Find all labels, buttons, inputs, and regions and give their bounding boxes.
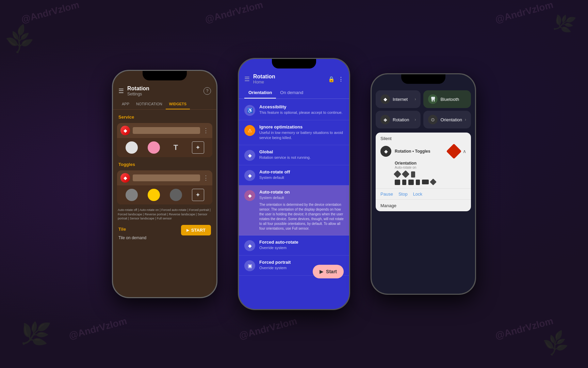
- pause-button[interactable]: Pause: [380, 191, 393, 197]
- list-item-auto-rotate-off[interactable]: ◆ Auto-rotate off System default: [239, 165, 349, 185]
- ori-portrait[interactable]: [411, 171, 415, 178]
- qs-tile-internet[interactable]: ◆ Internet ›: [376, 90, 421, 108]
- accessibility-title: Accessibility: [259, 104, 343, 109]
- ori-diamond-1[interactable]: [394, 170, 402, 178]
- internet-arrow: ›: [414, 97, 416, 102]
- widget-btn-pink[interactable]: [148, 141, 160, 154]
- ori-sq-3[interactable]: [408, 180, 414, 185]
- global-desc: Rotation service is not running.: [259, 155, 311, 160]
- rotation-label: Rotation: [393, 117, 412, 122]
- rotation-chevron-icon[interactable]: ∧: [463, 149, 466, 154]
- auto-rotate-on-desc: System default: [259, 195, 344, 200]
- toggle-dots[interactable]: ⋮: [203, 174, 209, 182]
- orientation-qs-label: Orientation: [440, 117, 462, 122]
- toggles-label: Toggles: [113, 160, 216, 169]
- start-button[interactable]: ▶ START: [181, 225, 211, 235]
- auto-rotate-off-title: Auto-rotate off: [259, 169, 290, 174]
- phone2-tabs: Orientation On demand: [239, 87, 349, 99]
- widget-bar: [133, 127, 200, 134]
- list-item-forced-auto-rotate[interactable]: ◆ Forced auto-rotate Override system: [239, 235, 349, 256]
- manage-button[interactable]: Manage: [380, 203, 396, 208]
- hamburger-icon-2[interactable]: ☰: [244, 75, 250, 83]
- phone1-header: ☰ Rotation Settings ?: [113, 83, 216, 99]
- play-icon: ▶: [186, 228, 189, 232]
- tab-on-demand[interactable]: On demand: [276, 87, 307, 98]
- tab-notification[interactable]: NOTIFICATION: [133, 99, 166, 109]
- hamburger-icon[interactable]: ☰: [118, 87, 124, 95]
- ori-sq-5[interactable]: [422, 180, 429, 184]
- global-icon: ◆: [244, 150, 255, 161]
- phone1-title: Rotation: [127, 86, 149, 92]
- start-float-play-icon: ▶: [320, 269, 323, 274]
- orientation-icons-row-2: [395, 180, 466, 185]
- tab-orientation[interactable]: Orientation: [244, 87, 276, 98]
- toggle-btn-gray[interactable]: [126, 189, 138, 201]
- orientation-qs-arrow: ›: [465, 117, 466, 122]
- rotation-arrow: ›: [414, 117, 416, 122]
- forced-auto-rotate-icon: ◆: [244, 240, 255, 251]
- widget-btn-white[interactable]: [126, 141, 138, 154]
- rotation-row: ◆ Rotation • Toggles ∧: [376, 143, 471, 159]
- toggle-btn-darkgray[interactable]: [170, 189, 182, 201]
- lock-button[interactable]: Lock: [413, 191, 422, 197]
- notch-2: [272, 59, 316, 68]
- list-item-auto-rotate-on[interactable]: ◆ Auto-rotate on System default The orie…: [239, 185, 349, 235]
- service-widget: ◆ ⋮ T ✦: [117, 123, 212, 157]
- ori-sq-2[interactable]: [402, 180, 406, 185]
- phone-2: ☰ Rotation Home 🔒 ⋮ Orientation On deman…: [238, 58, 350, 310]
- toggles-widget: ◆ ⋮ ✦: [117, 170, 212, 204]
- service-label: Service: [113, 112, 216, 122]
- toggles-section: Toggles ◆ ⋮ ✦: [113, 160, 216, 223]
- phone2-title: Rotation: [253, 74, 275, 80]
- start-float-label: Start: [326, 269, 337, 274]
- help-icon[interactable]: ?: [203, 87, 211, 95]
- phone-1: ☰ Rotation Settings ? APP NOTIFICATION W…: [112, 70, 217, 298]
- widget-btn-text[interactable]: T: [170, 141, 182, 154]
- toggle-btn-star[interactable]: ✦: [192, 189, 204, 201]
- internet-icon: ◆: [380, 94, 390, 104]
- ori-sq-4[interactable]: [416, 180, 420, 185]
- rotation-icon: ◆: [380, 115, 390, 124]
- phone-3: ◆ Internet › 🦷 Bluetooth ◆ Rotation ›: [371, 73, 476, 295]
- qs-tile-rotation[interactable]: ◆ Rotation ›: [376, 111, 421, 128]
- toggle-icon-red: ◆: [120, 173, 130, 183]
- tab-widgets[interactable]: WIDGETS: [166, 99, 190, 109]
- accessibility-desc: This feature is optional, please accept …: [259, 110, 343, 115]
- orientation-sub-label: Orientation: [395, 161, 466, 166]
- start-float-button[interactable]: ▶ Start: [313, 265, 344, 278]
- ori-diamond-small[interactable]: [430, 179, 437, 185]
- forced-portrait-desc: Override system: [259, 265, 291, 271]
- warning-icon: ⚠: [244, 125, 255, 136]
- qs-tile-bluetooth[interactable]: 🦷 Bluetooth: [423, 90, 471, 108]
- internet-label: Internet: [393, 97, 412, 102]
- ori-diamond-2[interactable]: [402, 170, 410, 178]
- forced-portrait-icon: ▣: [244, 260, 255, 271]
- orientation-sub-desc: Auto-rotate on: [395, 166, 466, 169]
- list-item-accessibility: ♿ Accessibility This feature is optional…: [239, 100, 349, 120]
- optimizations-title: Ignore optimizations: [259, 124, 344, 129]
- toggle-bar: [133, 174, 200, 181]
- silent-header: Silent: [376, 133, 471, 143]
- widget-dots[interactable]: ⋮: [203, 127, 209, 134]
- lock-icon[interactable]: 🔒: [328, 76, 335, 82]
- silent-card: Silent ◆ Rotation • Toggles ∧ Orientatio…: [376, 133, 471, 211]
- auto-rotate-off-desc: System default: [259, 175, 290, 180]
- forced-auto-rotate-title: Forced auto-rotate: [259, 240, 298, 245]
- stop-button[interactable]: Stop: [398, 191, 408, 197]
- tile-section: Tile ▶ START Tile on demand: [113, 223, 216, 242]
- start-btn-label: START: [191, 228, 206, 233]
- toggle-btn-yellow[interactable]: [148, 189, 160, 201]
- ori-sq-1[interactable]: [395, 180, 400, 185]
- forced-portrait-title: Forced portrait: [259, 260, 291, 265]
- accessibility-icon: ♿: [244, 105, 255, 116]
- phone1-tabs: APP NOTIFICATION WIDGETS: [113, 99, 216, 110]
- qs-tile-orientation[interactable]: ⊙ Orientation ›: [423, 111, 471, 128]
- bluetooth-icon: 🦷: [428, 94, 438, 104]
- auto-rotate-on-expanded: The orientation is determined by the dev…: [259, 202, 344, 231]
- tile-on-demand: Tile on demand: [118, 235, 211, 240]
- more-icon[interactable]: ⋮: [338, 76, 344, 82]
- orientation-qs-icon: ⊙: [428, 115, 438, 124]
- widget-icon-red: ◆: [120, 126, 130, 135]
- widget-btn-star[interactable]: ✦: [192, 141, 204, 154]
- tab-app[interactable]: APP: [118, 99, 133, 109]
